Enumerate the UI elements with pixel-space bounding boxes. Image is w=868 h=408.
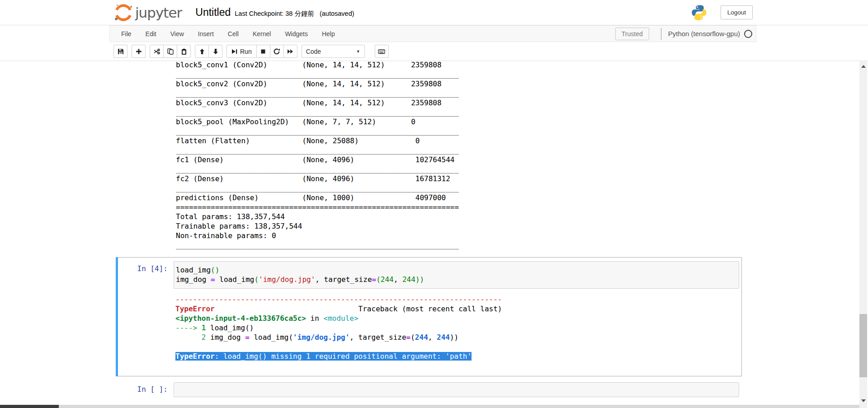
code-editor[interactable]: load_img() img_dog = load_img('img/dog.j… <box>174 261 739 289</box>
python-logo-icon <box>691 4 708 21</box>
horizontal-scrollbar-thumb[interactable] <box>0 405 59 408</box>
save-button[interactable] <box>113 45 127 58</box>
kernel-idle-icon <box>744 30 752 38</box>
notebook-title[interactable]: Untitled <box>195 6 231 19</box>
cell-output-row: ----------------------------------------… <box>118 295 741 361</box>
restart-kernel-button[interactable] <box>270 45 284 58</box>
vertical-scrollbar[interactable] <box>859 61 867 408</box>
menu: File Edit View Insert Cell Kernel Widget… <box>110 26 343 42</box>
logout-button[interactable]: Logout <box>721 5 753 19</box>
command-palette-button[interactable] <box>375 45 389 58</box>
jupyter-logo-text: jupyter <box>135 5 182 21</box>
cell-input-row: In [4]: load_img() img_dog = load_img('i… <box>118 258 741 289</box>
header: jupyter Untitled Last Checkpoint: 38 分鐘前… <box>109 0 756 25</box>
menubar-right: Trusted Python (tensorflow-gpu) <box>615 26 752 42</box>
model-summary-output: block5_conv1 (Conv2D) (None, 14, 14, 512… <box>176 60 459 250</box>
menu-kernel[interactable]: Kernel <box>247 26 277 42</box>
title-area: Untitled Last Checkpoint: 38 分鐘前 (autosa… <box>195 6 354 19</box>
scroll-up-icon[interactable] <box>859 62 867 70</box>
header-divider <box>0 25 868 25</box>
restart-run-all-button[interactable] <box>283 45 297 58</box>
cell-type-value: Code <box>306 48 321 55</box>
autosave-status: (autosaved) <box>320 10 354 17</box>
move-cell-up-button[interactable] <box>195 45 209 58</box>
error-traceback: ----------------------------------------… <box>174 295 741 361</box>
kernel-separator <box>661 28 661 40</box>
checkpoint-status: Last Checkpoint: 38 分鐘前 <box>235 9 314 18</box>
kernel-name: Python (tensorflow-gpu) <box>668 30 740 38</box>
empty-input-prompt: In [ ]: <box>118 382 174 397</box>
cell-type-caret-icon: ▼ <box>356 49 360 54</box>
horizontal-scrollbar[interactable] <box>0 405 859 408</box>
input-prompt: In [4]: <box>118 261 174 289</box>
jupyter-logo-icon <box>113 2 133 23</box>
move-cell-down-button[interactable] <box>208 45 222 58</box>
menu-edit[interactable]: Edit <box>140 26 162 42</box>
menu-view[interactable]: View <box>165 26 190 42</box>
empty-code-cell[interactable]: In [ ]: <box>116 379 742 399</box>
move-down-icon <box>212 48 219 55</box>
empty-code-editor[interactable] <box>174 382 739 397</box>
menu-widgets[interactable]: Widgets <box>279 26 314 42</box>
menubar: File Edit View Insert Cell Kernel Widget… <box>109 25 756 42</box>
move-up-icon <box>199 48 205 55</box>
menu-cell[interactable]: Cell <box>222 26 245 42</box>
command-palette-icon <box>378 48 385 55</box>
menu-insert[interactable]: Insert <box>192 26 220 42</box>
error-message-line: TypeError: load_img() missing 1 required… <box>175 352 741 361</box>
toolbar: Run Code ▼ <box>109 42 756 61</box>
interrupt-kernel-button[interactable] <box>256 45 270 58</box>
scroll-down-icon[interactable] <box>859 397 867 404</box>
menu-file[interactable]: File <box>115 26 137 42</box>
copy-icon <box>167 48 174 55</box>
code-cell-4[interactable]: In [4]: load_img() img_dog = load_img('i… <box>116 257 742 376</box>
jupyter-app: jupyter Untitled Last Checkpoint: 38 分鐘前… <box>109 0 756 61</box>
add-cell-icon <box>136 48 142 55</box>
paste-cell-button[interactable] <box>177 45 191 58</box>
cut-icon <box>154 48 160 55</box>
run-button-label: Run <box>240 48 252 55</box>
cell-type-dropdown[interactable]: Code ▼ <box>302 45 365 58</box>
add-cell-button[interactable] <box>132 45 146 58</box>
trusted-button[interactable]: Trusted <box>615 28 649 40</box>
save-icon <box>118 48 124 55</box>
copy-cell-button[interactable] <box>163 45 177 58</box>
vertical-scrollbar-thumb[interactable] <box>859 314 867 377</box>
jupyter-logo[interactable]: jupyter <box>113 2 182 23</box>
run-icon <box>231 48 237 55</box>
stop-icon <box>260 48 266 55</box>
restart-kernel-icon <box>274 48 280 55</box>
run-button[interactable]: Run <box>226 45 257 58</box>
menu-help[interactable]: Help <box>316 26 341 42</box>
cut-cell-button[interactable] <box>150 45 164 58</box>
restart-run-all-icon <box>287 48 293 55</box>
paste-icon <box>181 48 187 55</box>
